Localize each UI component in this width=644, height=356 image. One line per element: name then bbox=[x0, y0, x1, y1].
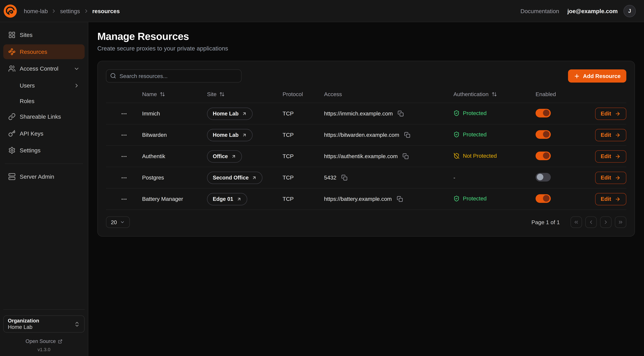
sidebar-item-api-keys[interactable]: API Keys bbox=[3, 126, 84, 141]
copy-button[interactable] bbox=[396, 195, 404, 203]
gear-icon bbox=[8, 146, 16, 154]
sidebar-item-access-control[interactable]: Access Control bbox=[3, 61, 84, 76]
column-header-site[interactable]: Site bbox=[207, 91, 282, 97]
auth-badge: Protected bbox=[453, 195, 486, 202]
column-header-authentication[interactable]: Authentication bbox=[453, 91, 536, 97]
edit-button[interactable]: Edit bbox=[595, 150, 626, 162]
enabled-toggle[interactable] bbox=[536, 194, 551, 203]
last-page-button[interactable] bbox=[615, 216, 626, 228]
resource-name: Postgres bbox=[142, 174, 207, 181]
chevron-right-icon bbox=[603, 219, 609, 225]
site-link[interactable]: Edge 01 bbox=[207, 193, 247, 205]
sidebar-item-label: Shareable Links bbox=[20, 113, 61, 120]
sidebar-item-sites[interactable]: Sites bbox=[3, 28, 84, 42]
edit-button[interactable]: Edit bbox=[595, 193, 626, 205]
sidebar-item-label: Users bbox=[20, 82, 35, 89]
copy-button[interactable] bbox=[404, 131, 411, 139]
sidebar-item-settings[interactable]: Settings bbox=[3, 143, 84, 158]
toggle-knob bbox=[537, 174, 544, 180]
open-source-link[interactable]: Open Source bbox=[3, 338, 84, 344]
user-email[interactable]: joe@example.com bbox=[567, 8, 618, 14]
sidebar-item-shareable-links[interactable]: Shareable Links bbox=[3, 109, 84, 124]
ellipsis-icon bbox=[121, 196, 127, 202]
column-header-access: Access bbox=[324, 91, 454, 97]
table-header: Name Site Protocol Access Authenticati bbox=[106, 86, 626, 103]
app: home-lab settings resources Documentatio… bbox=[0, 0, 644, 356]
sidebar-item-server-admin[interactable]: Server Admin bbox=[3, 169, 84, 184]
edit-label: Edit bbox=[601, 132, 611, 138]
breadcrumb: home-lab settings resources bbox=[24, 8, 120, 14]
resource-name: Immich bbox=[142, 110, 207, 117]
ellipsis-icon bbox=[121, 132, 127, 138]
toggle-knob bbox=[543, 131, 550, 138]
app-logo-icon[interactable] bbox=[3, 4, 17, 18]
sidebar-item-roles[interactable]: Roles bbox=[3, 94, 84, 108]
sidebar-item-label: Server Admin bbox=[20, 173, 54, 180]
topbar-right: Documentation joe@example.com J bbox=[520, 5, 636, 17]
column-label: Access bbox=[324, 91, 342, 97]
auth-badge: Protected bbox=[453, 131, 486, 137]
sidebar-item-label: API Keys bbox=[20, 130, 43, 137]
enabled-toggle[interactable] bbox=[536, 108, 551, 117]
sort-icon bbox=[160, 92, 165, 97]
copy-button[interactable] bbox=[397, 110, 405, 118]
table-row: Immich Home Lab TCP https://immich.examp… bbox=[106, 103, 626, 124]
access-value: 5432 bbox=[324, 174, 336, 181]
organization-value: Home Lab bbox=[8, 324, 39, 330]
search-input[interactable] bbox=[106, 70, 242, 82]
row-menu-button[interactable] bbox=[119, 173, 129, 182]
ellipsis-icon bbox=[121, 153, 127, 160]
site-link[interactable]: Office bbox=[207, 150, 242, 162]
avatar[interactable]: J bbox=[624, 5, 636, 17]
enabled-toggle[interactable] bbox=[536, 130, 551, 138]
search-icon bbox=[110, 72, 116, 79]
breadcrumb-org[interactable]: home-lab bbox=[24, 8, 48, 14]
row-menu-button[interactable] bbox=[119, 194, 129, 204]
page-subtitle: Create secure proxies to your private ap… bbox=[97, 45, 635, 52]
copy-icon bbox=[398, 110, 404, 117]
page-size-select[interactable]: 20 bbox=[106, 216, 130, 228]
chevrons-up-down-icon bbox=[74, 321, 80, 327]
arrow-up-right-icon bbox=[236, 196, 242, 202]
edit-label: Edit bbox=[601, 153, 611, 159]
next-page-button[interactable] bbox=[600, 216, 612, 228]
page-size-value: 20 bbox=[111, 219, 117, 225]
documentation-link[interactable]: Documentation bbox=[520, 8, 559, 14]
site-link[interactable]: Home Lab bbox=[207, 108, 252, 120]
enabled-toggle[interactable] bbox=[536, 151, 551, 160]
edit-button[interactable]: Edit bbox=[595, 129, 626, 141]
sidebar-item-label: Roles bbox=[20, 98, 34, 104]
sidebar-item-resources[interactable]: Resources bbox=[3, 44, 84, 59]
arrow-right-icon bbox=[615, 154, 621, 159]
chevron-right-icon bbox=[51, 8, 57, 14]
previous-page-button[interactable] bbox=[585, 216, 597, 228]
sidebar-item-users[interactable]: Users bbox=[3, 78, 84, 93]
edit-button[interactable]: Edit bbox=[595, 108, 626, 120]
copy-button[interactable] bbox=[402, 152, 410, 160]
organization-selector[interactable]: Organization Home Lab bbox=[3, 316, 84, 333]
column-header-protocol: Protocol bbox=[282, 91, 324, 97]
breadcrumb-settings[interactable]: settings bbox=[60, 8, 80, 14]
first-page-button[interactable] bbox=[570, 216, 582, 228]
resource-name: Battery Manager bbox=[142, 196, 207, 202]
edit-button[interactable]: Edit bbox=[595, 172, 626, 184]
toggle-knob bbox=[543, 110, 550, 116]
chevrons-left-icon bbox=[574, 219, 579, 225]
site-link[interactable]: Second Office bbox=[207, 172, 262, 184]
row-menu-button[interactable] bbox=[119, 130, 129, 140]
protocol-value: TCP bbox=[282, 196, 324, 202]
site-link[interactable]: Home Lab bbox=[207, 129, 252, 141]
shield-off-icon bbox=[453, 153, 460, 159]
shield-check-icon bbox=[453, 195, 460, 202]
row-menu-button[interactable] bbox=[119, 151, 129, 161]
row-menu-button[interactable] bbox=[119, 108, 129, 118]
access-value: https://bitwarden.example.com bbox=[324, 132, 399, 138]
column-label: Name bbox=[142, 91, 157, 97]
arrow-right-icon bbox=[615, 175, 621, 180]
add-resource-button[interactable]: Add Resource bbox=[568, 70, 626, 82]
enabled-toggle[interactable] bbox=[536, 173, 551, 181]
copy-button[interactable] bbox=[340, 174, 348, 182]
protocol-value: TCP bbox=[282, 132, 324, 138]
sidebar-item-label: Resources bbox=[20, 48, 47, 55]
column-header-name[interactable]: Name bbox=[142, 91, 207, 97]
